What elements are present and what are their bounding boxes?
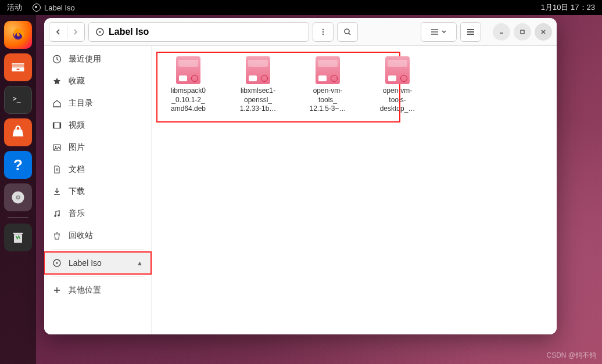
sidebar-item-music[interactable]: 音乐 (44, 203, 151, 225)
sidebar-item-label: 下载 (69, 186, 85, 197)
trash-icon (52, 231, 62, 240)
sidebar-item-trash[interactable]: 回收站 (44, 225, 151, 247)
svg-line-17 (349, 33, 350, 35)
dock-help[interactable]: ? (4, 151, 32, 179)
sidebar-item-label: 其他位置 (69, 285, 101, 295)
minimize-button[interactable] (493, 23, 510, 41)
path-menu-button[interactable] (313, 22, 334, 42)
hamburger-icon (467, 28, 475, 35)
topbar-app-label: Label Iso (44, 3, 75, 12)
file-label: open-vm-tools-desktop_… (368, 87, 427, 114)
disc-icon (33, 3, 41, 12)
sidebar-item-recent[interactable]: 最近使用 (44, 48, 151, 70)
search-icon (343, 28, 352, 36)
hamburger-menu-button[interactable] (460, 22, 481, 42)
file-label: libmspack0_0.10.1-2_amd64.deb (159, 87, 217, 114)
dock-software[interactable] (4, 118, 32, 146)
content-area[interactable]: libmspack0_0.10.1-2_amd64.deb libxmlsec1… (152, 46, 557, 334)
maximize-button[interactable] (514, 23, 531, 41)
dock-trash[interactable] (4, 224, 32, 251)
trash-icon (10, 229, 26, 246)
star-icon (52, 77, 62, 86)
music-icon (52, 209, 62, 218)
disc-icon (96, 28, 104, 36)
kebab-icon (320, 28, 327, 36)
file-item[interactable]: libxmlsec1-openssl_1.2.33-1b… (232, 56, 284, 114)
dock: >_ ? (0, 15, 36, 364)
sidebar-item-label: Label Iso (69, 258, 102, 268)
sidebar: 最近使用 收藏 主目录 视频 图片 文档 (44, 46, 152, 334)
search-button[interactable] (337, 22, 358, 42)
file-label: libxmlsec1-openssl_1.2.33-1b… (229, 87, 287, 114)
forward-button[interactable] (67, 23, 85, 41)
video-icon (52, 121, 62, 130)
sidebar-item-label: 主目录 (69, 98, 93, 109)
svg-point-12 (99, 31, 101, 33)
clock[interactable]: 1月10日 17：23 (541, 2, 602, 13)
close-icon (540, 29, 546, 35)
sidebar-item-videos[interactable]: 视频 (44, 114, 151, 136)
list-icon (431, 28, 439, 35)
sidebar-item-label: 文档 (69, 164, 85, 175)
clock-icon (52, 55, 62, 64)
deb-package-icon (316, 56, 340, 84)
file-item[interactable]: open-vm-tools_12.1.5-3~… (302, 56, 354, 114)
deb-package-icon (246, 56, 270, 84)
software-icon (10, 124, 26, 140)
plus-icon (52, 286, 62, 295)
dock-firefox[interactable] (4, 21, 32, 49)
svg-rect-4 (17, 69, 20, 70)
chevron-down-icon (441, 29, 447, 35)
files-window: Label Iso 最近使用 (44, 18, 557, 334)
sidebar-separator (51, 276, 144, 277)
sidebar-item-downloads[interactable]: 下载 (44, 181, 151, 203)
nav-buttons (49, 22, 85, 42)
sidebar-item-other-locations[interactable]: 其他位置 (44, 279, 151, 301)
svg-point-14 (322, 31, 324, 32)
svg-rect-30 (53, 122, 55, 128)
sidebar-item-label: 收藏 (69, 76, 85, 87)
sidebar-item-starred[interactable]: 收藏 (44, 70, 151, 92)
sidebar-item-label: 视频 (69, 120, 85, 131)
sidebar-item-label: 音乐 (69, 208, 85, 219)
eject-button[interactable]: ▲ (137, 260, 143, 266)
svg-text:>_: >_ (13, 95, 21, 103)
maximize-icon (519, 29, 525, 35)
svg-point-16 (345, 29, 349, 34)
disc-icon (10, 189, 26, 206)
sidebar-item-home[interactable]: 主目录 (44, 92, 151, 114)
document-icon (52, 165, 62, 174)
headerbar: Label Iso (44, 18, 557, 46)
path-bar[interactable]: Label Iso (88, 22, 309, 42)
dock-disc[interactable] (4, 183, 32, 211)
list-view-button[interactable] (421, 22, 457, 42)
deb-package-icon (385, 56, 410, 84)
svg-point-15 (322, 33, 324, 34)
sidebar-item-pictures[interactable]: 图片 (44, 136, 151, 158)
file-item[interactable]: libmspack0_0.10.1-2_amd64.deb (162, 56, 214, 114)
sidebar-item-label: 最近使用 (69, 54, 101, 64)
svg-point-13 (322, 28, 324, 30)
top-panel: 活动 Label Iso 1月10日 17：23 (0, 0, 602, 15)
disc-icon (52, 258, 62, 268)
back-button[interactable] (49, 23, 67, 41)
activities-button[interactable]: 活动 (0, 2, 22, 13)
files-grid: libmspack0_0.10.1-2_amd64.deb libxmlsec1… (159, 56, 550, 114)
topbar-app-menu[interactable]: Label Iso (33, 3, 75, 12)
image-icon (52, 143, 62, 152)
file-label: open-vm-tools_12.1.5-3~… (299, 87, 357, 114)
sidebar-item-label-iso[interactable]: Label Iso ▲ (44, 252, 151, 274)
dock-files[interactable] (4, 53, 32, 81)
svg-rect-31 (60, 122, 61, 128)
minimize-icon (499, 29, 504, 35)
close-button[interactable] (535, 23, 552, 41)
dock-terminal[interactable]: >_ (4, 86, 32, 114)
file-item[interactable]: open-vm-tools-desktop_… (371, 56, 424, 114)
svg-point-37 (58, 214, 60, 217)
sidebar-item-label: 回收站 (69, 230, 93, 241)
terminal-icon: >_ (10, 92, 26, 108)
dock-separator (8, 217, 28, 218)
sidebar-item-documents[interactable]: 文档 (44, 158, 151, 181)
svg-point-8 (17, 196, 19, 199)
sidebar-item-label: 图片 (69, 142, 85, 153)
